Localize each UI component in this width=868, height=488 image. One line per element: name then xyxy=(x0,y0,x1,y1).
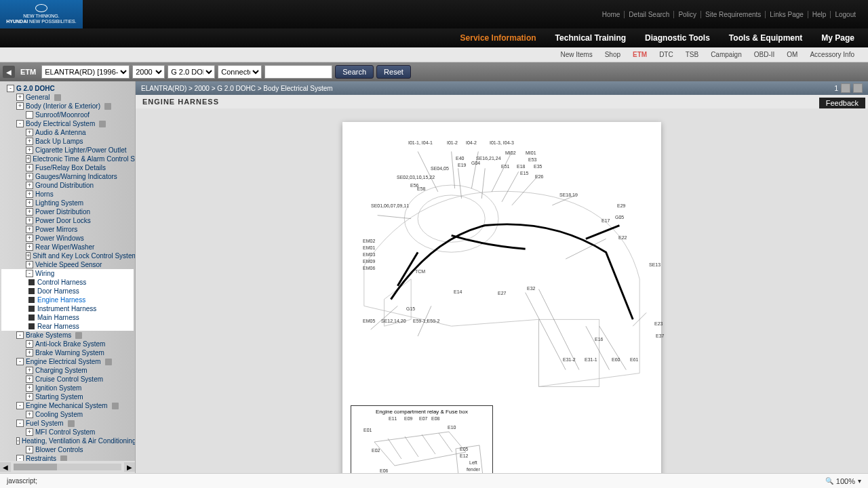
nav-item[interactable]: Service Information xyxy=(460,33,536,43)
prev-page-icon[interactable] xyxy=(841,83,850,93)
tree-item[interactable]: +Cruise Control System xyxy=(1,375,134,384)
conn-label: EM05 xyxy=(363,319,375,323)
tree-item[interactable]: Control Harness xyxy=(1,278,134,287)
subnav-item[interactable]: DTC xyxy=(659,51,673,58)
tree-item[interactable]: +Power Door Locks xyxy=(1,216,134,225)
back-button[interactable]: ◀ xyxy=(3,66,15,78)
tree-item[interactable]: +Body (Interior & Exterior) xyxy=(1,102,134,110)
top-link[interactable]: Policy xyxy=(674,11,701,18)
conn-label: MI01 xyxy=(526,150,536,155)
tree-item[interactable]: -Fuel System xyxy=(1,419,134,428)
brand-line3: NEW POSSIBILITIES. xyxy=(29,19,77,24)
tree-item[interactable]: Main Harness xyxy=(1,313,134,322)
tree-item[interactable]: -Body Electrical System xyxy=(1,119,134,128)
scroll-right[interactable]: ▶ xyxy=(124,462,135,472)
tree-item[interactable]: +Ground Distribution xyxy=(1,181,134,190)
breadcrumb-text: ELANTRA(RD) > 2000 > G 2.0 DOHC > Body E… xyxy=(141,85,333,92)
search-button[interactable]: Search xyxy=(335,65,374,79)
next-page-icon[interactable] xyxy=(853,83,863,93)
tree-root[interactable]: -G 2.0 DOHC xyxy=(1,84,134,93)
tree-item[interactable]: +Shift and Key Lock Control System xyxy=(1,251,134,260)
tree-item[interactable]: +Fuse/Relay Box Details xyxy=(1,163,134,172)
zoom-control[interactable]: 🔍 100% ▾ xyxy=(825,477,861,485)
top-link[interactable]: Links Page xyxy=(766,11,808,18)
engine-select[interactable]: G 2.0 DOHC xyxy=(167,65,215,79)
conn-label: EM09 xyxy=(363,259,375,264)
conn-label: E31-2 xyxy=(563,357,576,362)
conn-label: E53 xyxy=(528,157,536,162)
tree-item[interactable]: +Power Distribution xyxy=(1,207,134,216)
subnav-item[interactable]: OBD-II xyxy=(754,51,775,58)
tree-item[interactable]: +Charging System xyxy=(1,366,134,375)
brand-logo[interactable]: NEW THINKING. HYUNDAI NEW POSSIBILITIES. xyxy=(0,0,83,28)
vehicle-select[interactable]: ELANTRA(RD) [1996-2000] xyxy=(41,65,130,79)
status-text: javascript; xyxy=(7,477,37,485)
tree-item[interactable]: Door Harness xyxy=(1,287,134,296)
search-input[interactable] xyxy=(264,65,332,79)
subnav-item[interactable]: Campaign xyxy=(711,51,742,58)
tree-item[interactable]: +Blower Controls xyxy=(1,445,134,454)
svg-rect-2 xyxy=(539,319,599,386)
scroll-left[interactable]: ◀ xyxy=(0,462,11,472)
top-link[interactable]: Logout xyxy=(831,11,860,18)
tree-item[interactable]: +General xyxy=(1,93,134,102)
conn-label: SE04,05 xyxy=(431,166,449,171)
reset-button[interactable]: Reset xyxy=(376,65,411,79)
tree-item[interactable]: +Lighting System xyxy=(1,199,134,207)
conn-label: I01-2 xyxy=(447,140,458,145)
tree-item[interactable]: +Brake Warning System xyxy=(1,348,134,357)
tree-item[interactable]: +Audio & Antenna xyxy=(1,128,134,137)
diagram-area[interactable]: I01-1, I04-1 I01-2 I04-2 I01-3, I04-3 MI… xyxy=(136,108,868,473)
tree-item[interactable]: +Vehicle Speed Sensor xyxy=(1,260,134,269)
tree-item[interactable]: +Back Up Lamps xyxy=(1,137,134,146)
tree-item[interactable]: +Gauges/Warning Indicators xyxy=(1,172,134,181)
tree-item[interactable]: +Power Mirrors xyxy=(1,225,134,234)
tree-item[interactable]: +Power Windows xyxy=(1,234,134,243)
subnav-item[interactable]: Accessory Info xyxy=(810,51,854,58)
svg-line-21 xyxy=(388,439,401,459)
sub-nav: New ItemsShopETMDTCTSBCampaignOBD-IIOMAc… xyxy=(0,47,868,62)
tree-item[interactable]: +Anti-lock Brake System xyxy=(1,340,134,348)
tree-item[interactable]: +Rear Wiper/Washer xyxy=(1,243,134,251)
tree-item[interactable]: +Cooling System xyxy=(1,410,134,419)
tree-item[interactable]: -Engine Mechanical System xyxy=(1,401,134,410)
subnav-item[interactable]: OM xyxy=(787,51,797,58)
top-link[interactable]: Help xyxy=(808,11,831,18)
subnav-item[interactable]: Shop xyxy=(605,51,620,58)
conn-label: E23 xyxy=(654,321,663,326)
brand-line1: NEW THINKING. xyxy=(23,14,60,18)
nav-item[interactable]: Tools & Equipment xyxy=(729,33,802,43)
conn-label: E40 xyxy=(456,156,464,161)
top-link[interactable]: Detail Search xyxy=(625,11,674,18)
tree-item[interactable]: +Electronic Time & Alarm Control System … xyxy=(1,155,134,163)
tree-item[interactable]: -Heating, Ventilation & Air Conditioning xyxy=(1,436,134,445)
tree-item[interactable]: Engine Harness xyxy=(1,296,134,304)
nav-item[interactable]: My Page xyxy=(821,33,854,43)
tree-item[interactable]: +Ignition System xyxy=(1,384,134,392)
tree-item[interactable]: Sunroof/Moonroof xyxy=(1,110,134,119)
tree-item[interactable]: Rear Harness xyxy=(1,322,134,331)
top-link[interactable]: Home xyxy=(598,11,625,18)
nav-item[interactable]: Technical Training xyxy=(555,33,626,43)
subnav-item[interactable]: ETM xyxy=(633,51,647,58)
year-select[interactable]: 2000 xyxy=(132,65,165,79)
subnav-item[interactable]: New Items xyxy=(560,51,592,58)
tree-item[interactable]: -Wiring xyxy=(1,269,134,278)
nav-item[interactable]: Diagnostic Tools xyxy=(645,33,710,43)
conn-label: E09 xyxy=(404,416,412,421)
tree-item[interactable]: +Cigarette Lighter/Power Outlet xyxy=(1,146,134,155)
top-link[interactable]: Site Requirements xyxy=(701,11,766,18)
group-select[interactable]: Connector xyxy=(218,65,262,79)
subnav-item[interactable]: TSB xyxy=(686,51,698,58)
conn-label: EM03 xyxy=(363,252,375,257)
tree-item[interactable]: -Engine Electrical System xyxy=(1,357,134,366)
tree-item[interactable]: +Horns xyxy=(1,190,134,199)
brand-line2: HYUNDAI xyxy=(6,19,28,24)
tree-item[interactable]: +MFI Control System xyxy=(1,428,134,436)
tree-item[interactable]: -Brake Systems xyxy=(1,331,134,340)
tree-item[interactable]: Instrument Harness xyxy=(1,304,134,313)
scroll-track[interactable] xyxy=(14,464,121,470)
conn-label: I04-2 xyxy=(466,140,477,145)
feedback-button[interactable]: Feedback xyxy=(819,98,865,108)
tree-item[interactable]: +Starting System xyxy=(1,392,134,401)
